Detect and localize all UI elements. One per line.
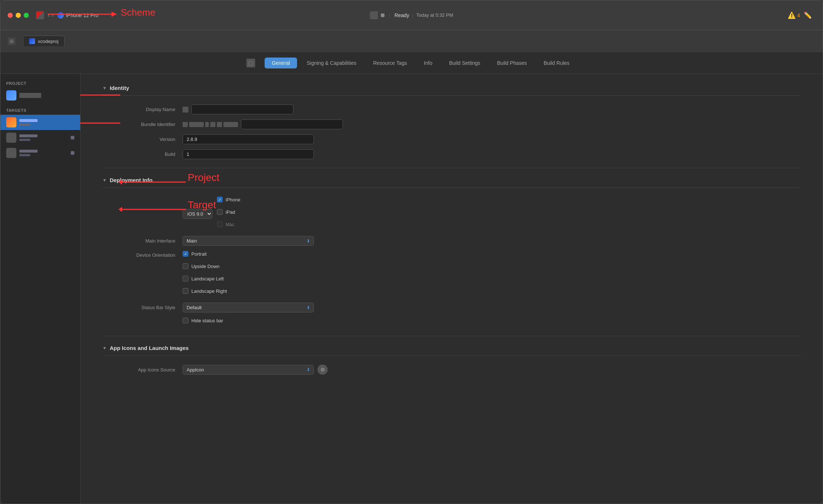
status-bar-style-row: Status Bar Style Default [102,303,801,312]
sidebar-target-item-1[interactable] [0,115,80,130]
mac-checkbox-row: Mac [217,221,240,227]
tab-general[interactable]: General [265,58,297,68]
target-3-extra-blur [71,151,74,155]
version-row: Version [102,134,801,144]
bundle-id-input[interactable] [241,119,343,129]
iphone-checkbox[interactable] [217,197,223,202]
tab-info[interactable]: Info [417,58,440,68]
landscape-right-label: Landscape Right [191,288,227,294]
file-tab[interactable]: xcodeproj [23,36,65,46]
landscape-right-checkbox[interactable] [183,288,188,294]
sidebar: PROJECT TARGETS [0,74,81,504]
run-status-icon [370,11,378,19]
divider-2 [102,336,801,336]
app-icons-select-wrapper: AppIcon [183,365,314,375]
pencil-icon[interactable]: ✏️ [804,11,812,19]
panel-toggle-icon[interactable]: ⊞ [8,37,16,45]
stop-icon [381,13,385,17]
app-icons-source-row: App Icons Source AppIcon ⚙ [102,365,801,375]
main-interface-row: Main Interface Main [102,236,801,246]
svg-marker-1 [112,12,117,17]
status-separator: | [389,12,390,18]
main-interface-select[interactable]: Main [183,236,314,246]
scheme-arrow-svg [44,5,117,23]
main-interface-select-wrapper: Main [183,236,314,246]
titlebar-center: | Ready | Today at 5:32 PM [370,11,453,19]
hide-status-bar-checkbox[interactable] [183,318,188,323]
bundle-part5 [217,122,222,127]
file-tab-icon [29,38,35,44]
warning-count: 4 [797,12,800,18]
tab-build-settings[interactable]: Build Settings [442,58,488,68]
landscape-left-checkbox[interactable] [183,276,188,281]
iphone-label: iPhone [226,197,240,202]
hide-status-bar-label: Hide status bar [191,318,223,323]
status-bar-style-select-wrapper: Default [183,303,314,312]
tab-build-rules[interactable]: Build Rules [537,58,577,68]
spacer [0,103,80,107]
display-name-label: Display Name [102,107,183,112]
display-name-blur [183,107,188,113]
sidebar-target-item-2[interactable] [0,130,80,145]
landscape-right-row: Landscape Right [183,288,227,294]
display-name-input[interactable] [191,105,293,114]
divider-1 [102,168,801,168]
target-2-icon [6,133,16,143]
ios-version-select[interactable]: iOS 9.0 [183,209,212,219]
upside-down-checkbox[interactable] [183,263,188,269]
file-tab-label: xcodeproj [38,39,58,44]
project-item-icon [6,90,16,101]
content-panel: ▼ Identity Display Name Bundle Identifie… [81,74,823,504]
landscape-left-row: Landscape Left [183,276,227,281]
target-2-name-blur [19,134,38,137]
project-arrow-svg [80,90,128,101]
app-icons-row: AppIcon ⚙ [183,365,328,375]
status-separator2: | [412,12,413,18]
status-bar-style-select[interactable]: Default [183,303,314,312]
target-3-name-blur [19,150,38,153]
bundle-part4 [210,122,215,127]
upside-down-row: Upside Down [183,263,227,269]
target-1-icon [6,117,16,127]
portrait-row: Portrait [183,251,227,257]
version-label: Version [102,137,183,142]
deployment-section-header: ▼ Deployment Info [102,177,801,188]
build-input[interactable] [183,149,314,159]
landscape-left-label: Landscape Left [191,276,224,281]
device-orientation-label: Device Orientation [102,251,183,258]
toolbar: ⊞ xcodeproj [0,30,823,52]
titlebar-right: ⚠️ 4 ✏️ [788,11,812,19]
warning-badge[interactable]: ⚠️ 4 [788,11,800,19]
close-button[interactable] [8,13,13,18]
bundle-part3 [205,122,209,127]
bundle-part2 [189,122,204,127]
ipad-checkbox[interactable] [217,209,223,215]
sidebar-target-item-3[interactable] [0,145,80,161]
maximize-button[interactable] [24,13,29,18]
target-2-extra-blur [71,136,74,139]
status-time: Today at 5:32 PM [416,12,453,18]
ios-version-row: iOS 9.0 iPhone iPad Mac [102,197,801,231]
titlebar: ‹ › iPhone 12 Pro Scheme | Ready | Today… [0,0,823,30]
ipad-label: iPad [226,209,235,215]
minimize-button[interactable] [16,13,21,18]
version-input[interactable] [183,134,314,144]
mac-label: Mac [226,222,235,227]
sidebar-project-item[interactable] [0,88,80,103]
scheme-annotation-text: Scheme [121,7,155,18]
main-interface-label: Main Interface [102,238,183,244]
build-label: Build [102,151,183,157]
app-icons-chevron[interactable]: ▼ [102,346,107,351]
target-3-sub-blur [19,154,30,156]
tab-resource-tags[interactable]: Resource Tags [366,58,414,68]
xcode-window: ‹ › iPhone 12 Pro Scheme | Ready | Today… [0,0,823,504]
sidebar-toggle-icon[interactable]: ▢ [246,59,255,67]
build-row: Build [102,149,801,159]
deployment-chevron[interactable]: ▼ [102,178,107,183]
app-icons-source-select[interactable]: AppIcon [183,365,314,375]
portrait-checkbox[interactable] [183,251,188,257]
tab-build-phases[interactable]: Build Phases [490,58,534,68]
app-icons-gear-button[interactable]: ⚙ [317,365,328,375]
tab-signing[interactable]: Signing & Capabilities [299,58,363,68]
target-2-sub-blur [19,139,30,141]
